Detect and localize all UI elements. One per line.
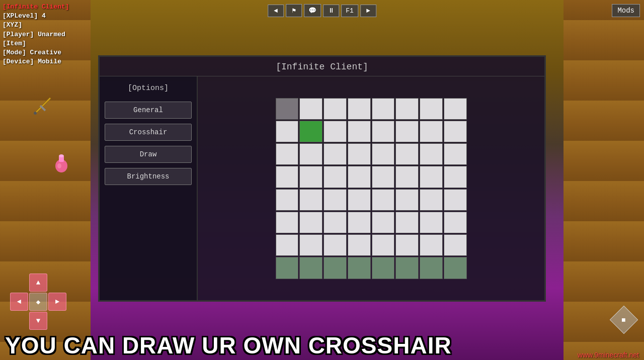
move-diamond-button[interactable]: ◆ <box>610 306 638 334</box>
grid-cell-0[interactable] <box>276 98 299 120</box>
option-brightness-button[interactable]: Brightness <box>105 168 192 185</box>
grid-cell-28[interactable] <box>372 166 395 188</box>
grid-cell-51[interactable] <box>348 234 371 256</box>
grid-cell-46[interactable] <box>420 212 443 233</box>
grid-cell-22[interactable] <box>420 143 443 165</box>
dpad-down-button[interactable]: ▼ <box>29 312 47 330</box>
dialog-title: [Infinite Client] <box>100 57 544 76</box>
toolbar-prev-button[interactable]: ◄ <box>268 5 284 17</box>
grid-cell-17[interactable] <box>299 143 323 165</box>
dpad-center-button[interactable]: ◆ <box>29 293 47 311</box>
grid-cell-19[interactable] <box>348 143 371 165</box>
dpad-empty-bl <box>10 312 28 330</box>
dpad-empty-tr <box>48 274 66 292</box>
grid-cell-30[interactable] <box>420 166 443 188</box>
option-crosshair-button[interactable]: Crosshair <box>105 124 192 141</box>
hud-xyz: [XYZ] <box>3 21 69 30</box>
grid-cell-34[interactable] <box>324 189 347 211</box>
grid-cell-18[interactable] <box>324 143 347 165</box>
grid-cell-7[interactable] <box>444 98 467 120</box>
grid-cell-35[interactable] <box>348 189 371 211</box>
option-draw-button[interactable]: Draw <box>105 146 192 163</box>
grid-cell-2[interactable] <box>324 98 347 120</box>
hud-overlay: [Infinite Client] [XPLevel] 4 [XYZ] [Pla… <box>3 3 69 66</box>
grid-cell-12[interactable] <box>372 121 395 142</box>
grid-cell-36[interactable] <box>372 189 395 211</box>
crosshair-grid <box>276 98 467 279</box>
hud-client-name: [Infinite Client] <box>3 3 69 12</box>
grid-cell-56[interactable] <box>276 257 299 279</box>
dpad-empty-tl <box>10 274 28 292</box>
grid-cell-3[interactable] <box>348 98 371 120</box>
dpad-right-button[interactable]: ► <box>48 293 66 311</box>
grid-cell-31[interactable] <box>444 166 467 188</box>
main-caption: YOU CAN DRAW UR OWN CROSSHAIR <box>5 332 452 359</box>
grid-cell-16[interactable] <box>276 143 299 165</box>
grid-cell-6[interactable] <box>420 98 443 120</box>
grid-cell-5[interactable] <box>395 98 419 120</box>
grid-cell-4[interactable] <box>372 98 395 120</box>
grid-cell-42[interactable] <box>324 212 347 233</box>
options-panel: [Options] General Crosshair Draw Brightn… <box>100 76 198 300</box>
grid-cell-40[interactable] <box>276 212 299 233</box>
dpad-left-button[interactable]: ◄ <box>10 293 28 311</box>
grid-cell-62[interactable] <box>420 257 443 279</box>
mods-button[interactable]: Mods <box>612 4 640 17</box>
grid-cell-48[interactable] <box>276 234 299 256</box>
hud-item: [Item] <box>3 39 69 48</box>
grid-cell-45[interactable] <box>395 212 419 233</box>
dpad-up-button[interactable]: ▲ <box>29 274 47 292</box>
grid-cell-38[interactable] <box>420 189 443 211</box>
sword-icon <box>30 93 55 118</box>
options-title: [Options] <box>105 84 192 93</box>
grid-cell-58[interactable] <box>324 257 347 279</box>
grid-cell-20[interactable] <box>372 143 395 165</box>
toolbar-next-button[interactable]: ► <box>360 5 376 17</box>
wood-right-texture <box>564 0 644 360</box>
toolbar-f1-button[interactable]: F1 <box>341 5 358 17</box>
grid-cell-41[interactable] <box>299 212 323 233</box>
grid-cell-39[interactable] <box>444 189 467 211</box>
grid-cell-15[interactable] <box>444 121 467 142</box>
grid-cell-47[interactable] <box>444 212 467 233</box>
grid-cell-26[interactable] <box>324 166 347 188</box>
grid-cell-32[interactable] <box>276 189 299 211</box>
dpad-empty-br <box>48 312 66 330</box>
grid-cell-57[interactable] <box>299 257 323 279</box>
grid-cell-61[interactable] <box>395 257 419 279</box>
grid-cell-24[interactable] <box>276 166 299 188</box>
grid-cell-8[interactable] <box>276 121 299 142</box>
hud-mode: [Mode] Creative <box>3 48 69 57</box>
grid-cell-14[interactable] <box>420 121 443 142</box>
grid-cell-27[interactable] <box>348 166 371 188</box>
grid-cell-54[interactable] <box>420 234 443 256</box>
toolbar-pause-button[interactable]: ⏸ <box>323 5 339 17</box>
grid-cell-33[interactable] <box>299 189 323 211</box>
potion-icon <box>50 151 73 173</box>
grid-cell-10[interactable] <box>324 121 347 142</box>
grid-cell-53[interactable] <box>395 234 419 256</box>
watermark: www.9minecraft.net <box>578 351 639 359</box>
grid-cell-63[interactable] <box>444 257 467 279</box>
dialog-body: [Options] General Crosshair Draw Brightn… <box>100 76 544 300</box>
grid-cell-59[interactable] <box>348 257 371 279</box>
grid-cell-29[interactable] <box>395 166 419 188</box>
grid-cell-37[interactable] <box>395 189 419 211</box>
grid-cell-11[interactable] <box>348 121 371 142</box>
grid-cell-23[interactable] <box>444 143 467 165</box>
grid-cell-44[interactable] <box>372 212 395 233</box>
grid-cell-55[interactable] <box>444 234 467 256</box>
grid-cell-50[interactable] <box>324 234 347 256</box>
grid-cell-49[interactable] <box>299 234 323 256</box>
grid-cell-13[interactable] <box>395 121 419 142</box>
grid-cell-1[interactable] <box>299 98 323 120</box>
toolbar-flag-button[interactable]: ⚑ <box>286 4 302 17</box>
grid-cell-9[interactable] <box>299 121 323 142</box>
grid-cell-43[interactable] <box>348 212 371 233</box>
toolbar-chat-button[interactable]: 💬 <box>304 4 321 17</box>
grid-cell-52[interactable] <box>372 234 395 256</box>
grid-cell-21[interactable] <box>395 143 419 165</box>
option-general-button[interactable]: General <box>105 102 192 119</box>
grid-cell-60[interactable] <box>372 257 395 279</box>
grid-cell-25[interactable] <box>299 166 323 188</box>
